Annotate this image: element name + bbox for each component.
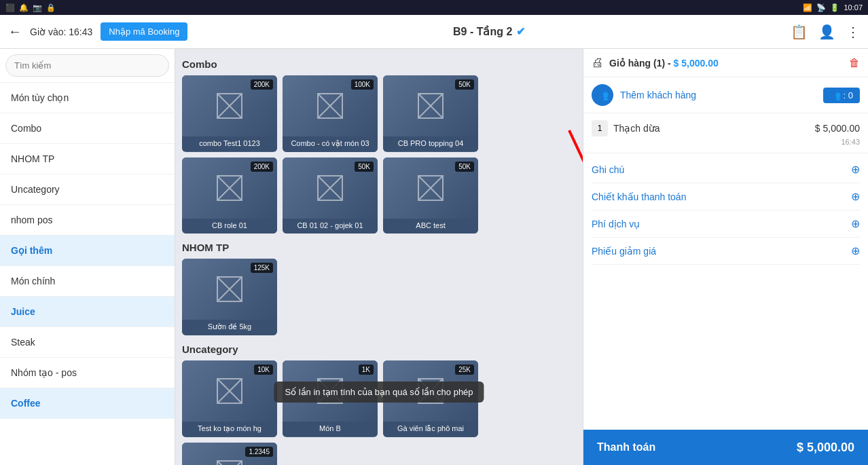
sidebar-item-nhom-tao-pos[interactable]: Nhóm tạo - pos [0, 358, 175, 388]
item-label: Gà viên lắc phô mai [383, 422, 478, 437]
sidebar-item-coffee[interactable]: Coffee [0, 388, 175, 419]
check-in-time: Giờ vào: 16:43 [30, 26, 92, 37]
service-fee-add-icon[interactable]: ⊕ [851, 217, 860, 230]
sidebar-item-juice[interactable]: Juice [0, 297, 175, 327]
service-fee-label: Phí dịch vụ [592, 219, 640, 229]
price-badge: 125K [251, 263, 273, 273]
item-quantity: 1 [592, 120, 608, 136]
sidebar-item-steak[interactable]: Steak [0, 327, 175, 358]
sidebar-menu: Món tùy chọn Combo NHOM TP Uncategory nh… [0, 83, 175, 465]
status-icon-2: 🔔 [19, 3, 29, 12]
item-card[interactable]: 125K Sườn đề 5kg [182, 259, 277, 335]
note-label: Ghi chú [592, 164, 624, 175]
search-input[interactable] [5, 54, 169, 77]
cart-label: Giỏ hàng (1) - [609, 58, 674, 69]
item-price: $ 5,000.00 [815, 123, 860, 134]
item-label: CB 01 02 - gojek 01 [283, 219, 378, 234]
checkout-label: Thanh toán [597, 441, 655, 453]
time-display: 10:07 [844, 3, 863, 12]
cart-item-row: 1 Thạch dừa $ 5,000.00 [592, 120, 860, 136]
status-icon-3: 📷 [33, 3, 42, 12]
price-badge: 1K [359, 365, 374, 375]
discount-option[interactable]: Chiết khấu thanh toán ⊕ [592, 183, 860, 210]
more-options-icon[interactable]: ⋮ [846, 24, 860, 40]
discount-add-icon[interactable]: ⊕ [851, 190, 860, 203]
service-fee-option[interactable]: Phí dịch vụ ⊕ [592, 210, 860, 238]
item-label: CB role 01 [182, 219, 277, 234]
price-badge: 200K [251, 79, 273, 90]
cart-delete-icon[interactable]: 🗑 [849, 57, 860, 69]
customer-icon: 👥 [592, 84, 613, 106]
sidebar-item-goi-them[interactable]: Gọi thêm [0, 236, 175, 266]
add-customer-row[interactable]: 👥 Thêm khách hàng 👥 : 0 [583, 77, 868, 113]
signal-icon: 📡 [816, 3, 826, 12]
checkout-bar[interactable]: Thanh toán $ 5,000.00 [583, 430, 868, 465]
edit-icon[interactable]: 📋 [791, 24, 808, 40]
cart-total-amount: $ 5,000.00 [674, 58, 719, 69]
status-bar-left: ⬛ 🔔 📷 🔒 [5, 3, 56, 12]
cart-header: 🖨 Giỏ hàng (1) - $ 5,000.00 🗑 [583, 49, 868, 77]
nav-title-area: B9 - Tầng 2 ✔ [196, 25, 782, 38]
sidebar-item-uncategory[interactable]: Uncategory [0, 174, 175, 205]
item-label: Combo - có vật món 03 [283, 136, 378, 152]
item-card[interactable]: 10K Test ko tạo món hg [182, 360, 277, 437]
section-title-nhom-tp: NHOM TP [182, 242, 576, 253]
printer-icon[interactable]: 🖨 [592, 56, 604, 70]
item-label: CB PRO topping 04 [383, 136, 478, 151]
add-customer-text: Thêm khách hàng [620, 90, 823, 100]
item-card[interactable]: 50K CB PRO topping 04 [383, 75, 478, 152]
note-option[interactable]: Ghi chú ⊕ [592, 156, 860, 183]
voucher-label: Phiếu giảm giá [592, 246, 656, 257]
section-title-uncategory: Uncategory [182, 343, 576, 355]
tooltip-message: Số lần in tạm tính của bạn quá số lần ch… [274, 382, 484, 403]
item-time: 16:43 [592, 138, 860, 146]
customer-count-badge: 👥 : 0 [823, 88, 860, 103]
price-badge: 100K [351, 79, 374, 90]
wifi-icon: 📶 [803, 3, 812, 12]
price-badge: 10K [254, 365, 273, 375]
price-badge: 200K [251, 162, 273, 172]
voucher-add-icon[interactable]: ⊕ [851, 244, 860, 257]
person-add-icon[interactable]: 👤 [818, 24, 835, 40]
status-icon-4: 🔒 [46, 3, 56, 12]
sidebar-item-nhom-pos[interactable]: nhom pos [0, 205, 175, 236]
right-panel: 🖨 Giỏ hàng (1) - $ 5,000.00 🗑 👥 Thêm khá… [583, 49, 868, 465]
item-card[interactable]: 50K ABC test [383, 157, 478, 234]
back-button[interactable]: ← [8, 24, 22, 39]
price-badge: 1.2345 [245, 447, 273, 457]
item-name: Thạch dừa [613, 123, 815, 134]
cart-item: 1 Thạch dừa $ 5,000.00 16:43 [583, 113, 868, 153]
status-bar: ⬛ 🔔 📷 🔒 📶 📡 🔋 10:07 [0, 0, 868, 15]
item-card[interactable]: 1.2345 món đất [182, 443, 277, 465]
discount-label: Chiết khấu thanh toán [592, 191, 686, 202]
price-badge: 50K [455, 162, 474, 172]
sidebar-item-combo[interactable]: Combo [0, 113, 175, 144]
item-card[interactable]: 200K combo Test1 0123 [182, 75, 277, 152]
item-label: Test ko tạo món hg [182, 422, 277, 437]
item-label: Món B [283, 422, 378, 436]
status-icon-1: ⬛ [5, 3, 15, 12]
location-title: B9 - Tầng 2 [453, 25, 512, 38]
item-card[interactable]: 100K Combo - có vật món 03 [283, 75, 378, 152]
sidebar-item-nhom-tp[interactable]: NHOM TP [0, 144, 175, 174]
nav-bar: ← Giờ vào: 16:43 Nhập mã Booking B9 - Tầ… [0, 15, 868, 49]
booking-button[interactable]: Nhập mã Booking [101, 22, 187, 41]
checkout-amount: $ 5,000.00 [797, 441, 854, 455]
price-badge: 50K [455, 79, 474, 90]
note-add-icon[interactable]: ⊕ [851, 163, 860, 176]
voucher-option[interactable]: Phiếu giảm giá ⊕ [592, 238, 860, 265]
battery-icon: 🔋 [830, 3, 839, 12]
price-badge: 25K [455, 365, 474, 375]
section-title-combo: Combo [182, 58, 576, 70]
cart-options: Ghi chú ⊕ Chiết khấu thanh toán ⊕ Phí dị… [583, 153, 868, 267]
item-card[interactable]: 200K CB role 01 [182, 157, 277, 234]
status-bar-right: 📶 📡 🔋 10:07 [803, 3, 863, 12]
item-card[interactable]: 50K CB 01 02 - gojek 01 [283, 157, 378, 234]
nhom-tp-grid: 125K Sườn đề 5kg [182, 259, 576, 335]
price-badge: 50K [355, 162, 374, 172]
sidebar-item-mon-tuy-chon[interactable]: Món tùy chọn [0, 83, 175, 113]
main-layout: Món tùy chọn Combo NHOM TP Uncategory nh… [0, 49, 868, 465]
nav-actions: 📋 👤 ⋮ [791, 24, 860, 40]
sidebar-item-mon-chinh[interactable]: Món chính [0, 266, 175, 297]
uncategory-grid: 10K Test ko tạo món hg 1K Món B 25K Gà v… [182, 360, 576, 465]
